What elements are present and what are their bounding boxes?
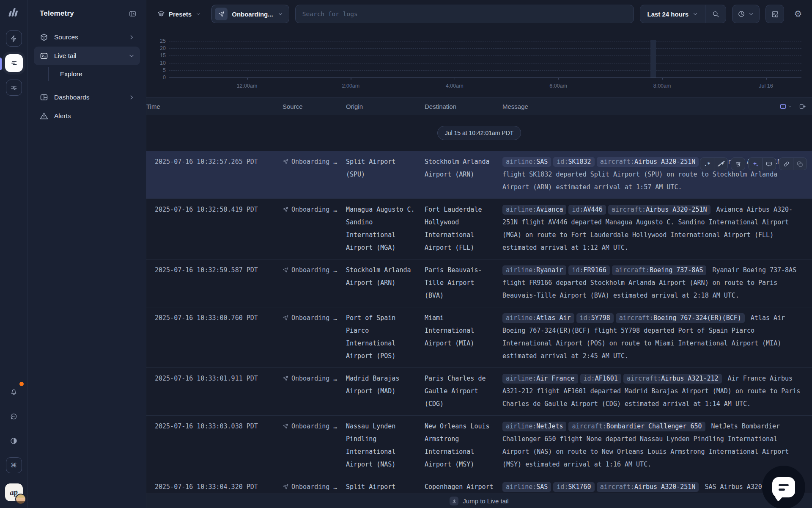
sidebar-item-dashboards[interactable]: Dashboards [34, 88, 140, 107]
rail-item-shortcuts[interactable]: ⌘ [6, 457, 22, 473]
presets-button[interactable]: Presets [157, 10, 201, 18]
chat-launcher[interactable] [762, 466, 805, 508]
rail-item-theme[interactable] [6, 433, 22, 449]
y-gridline [169, 70, 801, 71]
x-tick-label: 12:00am [237, 83, 258, 89]
field-badge[interactable]: id:AF1601 [580, 374, 621, 384]
sidebar-nav: SourcesLive tailExploreDashboardsAlerts [28, 28, 146, 125]
include-filter-icon[interactable]: .* [700, 158, 714, 170]
field-badge[interactable]: airline:NetJets [502, 422, 566, 431]
copy-icon[interactable] [793, 158, 807, 170]
time-range-button[interactable]: Last 24 hours [640, 5, 705, 23]
field-badge[interactable]: aircraft:Bombardier Challenger 650 [568, 422, 705, 431]
search-icon [712, 10, 719, 18]
log-row[interactable]: 2025-07-16 10:33:00.760 PDT Onboarding …… [146, 307, 812, 367]
field-badge[interactable]: airline:Air France [502, 374, 578, 384]
y-tick-label: 25 [146, 38, 166, 44]
column-header-source[interactable]: Source [283, 103, 346, 110]
link-icon[interactable] [779, 158, 793, 170]
field-badge[interactable]: airline:Atlas Air [502, 313, 574, 323]
log-row[interactable]: 2025-07-16 10:32:57.265 PDT Onboarding …… [146, 151, 812, 199]
log-time: 2025-07-16 10:33:01.911 PDT [146, 372, 283, 410]
field-badge[interactable]: airline:SAS [502, 157, 551, 167]
trash-icon[interactable] [731, 158, 745, 170]
field-badge[interactable]: aircraft:Airbus A320-251N [597, 157, 699, 167]
rail-item-feedback[interactable] [6, 408, 22, 424]
airplane-icon [215, 8, 228, 20]
log-message: airline:Ryanairid:FR9166aircraft:Boeing … [502, 264, 812, 302]
log-row[interactable]: 2025-07-16 10:32:58.419 PDT Onboarding …… [146, 199, 812, 259]
org-avatar[interactable]: ap [5, 483, 23, 501]
field-badge[interactable]: aircraft:Boeing 737-8AS [612, 265, 707, 275]
log-time: 2025-07-16 10:33:03.038 PDT [146, 420, 283, 471]
exclude-filter-icon[interactable]: .* [714, 158, 727, 170]
log-time: 2025-07-16 10:33:04.320 PDT [146, 480, 283, 494]
log-message: airline:Atlas Airid:5Y798aircraft:Boeing… [502, 312, 812, 362]
dataset-select[interactable]: Onboarding... [211, 5, 289, 23]
x-tick [662, 77, 663, 80]
sidebar-item-explore[interactable]: Explore [34, 65, 140, 83]
log-message: airline:Air Franceid:AF1601aircraft:Airb… [502, 372, 812, 410]
field-badge[interactable]: airline:Avianca [502, 205, 566, 215]
user-avatar[interactable] [15, 494, 26, 505]
sidebar-item-sources[interactable]: Sources [34, 28, 140, 47]
settings-button[interactable]: ⚙ [790, 5, 806, 23]
history-button[interactable] [732, 5, 760, 23]
y-tick-label: 0 [146, 75, 166, 80]
field-badge[interactable]: aircraft:Airbus A320-251N [608, 205, 710, 215]
field-badge[interactable]: id:SK1760 [553, 482, 594, 492]
rail-item-flows[interactable] [6, 30, 22, 47]
log-message: airline:Aviancaid:AV446aircraft:Airbus A… [502, 203, 812, 254]
events-histogram[interactable]: 252015105012:00am2:00am4:00am6:00am8:00a… [146, 28, 812, 97]
column-header-message[interactable]: Message [502, 103, 812, 110]
columns-config-button[interactable] [779, 103, 792, 110]
field-badge[interactable]: aircraft:Airbus A321-212 [623, 374, 722, 384]
sidebar-item-live-tail[interactable]: Live tail [34, 47, 140, 65]
run-search-button[interactable] [705, 5, 726, 23]
chevron-down-icon [692, 11, 698, 17]
log-destination: Paris Beauvais-Tille Airport (BVA) [425, 264, 502, 302]
add-column-icon [799, 103, 806, 110]
column-header-time[interactable]: Time [146, 103, 283, 110]
columns-icon [779, 103, 787, 110]
chevron-down-icon [787, 104, 792, 109]
airplane-icon [283, 372, 288, 381]
rail-item-query[interactable] [6, 80, 22, 96]
log-row[interactable]: 2025-07-16 10:33:01.911 PDT Onboarding …… [146, 367, 812, 415]
active-rail-indicator [0, 58, 2, 70]
field-badge[interactable]: id:5Y798 [576, 313, 614, 323]
comment-icon[interactable] [762, 158, 776, 170]
log-row[interactable]: 2025-07-16 10:32:59.587 PDT Onboarding …… [146, 259, 812, 307]
grid-icon [40, 93, 48, 102]
field-badge[interactable]: id:AV446 [568, 205, 606, 215]
y-tick-label: 20 [146, 45, 166, 51]
field-badge[interactable]: airline:Ryanair [502, 265, 566, 275]
search-input[interactable] [295, 5, 634, 23]
log-row[interactable]: 2025-07-16 10:33:03.038 PDT Onboarding …… [146, 415, 812, 476]
sidebar-item-alerts[interactable]: Alerts [34, 107, 140, 125]
jump-to-live-tail-button[interactable]: Jump to Live tail [146, 494, 812, 508]
column-header-origin[interactable]: Origin [346, 103, 425, 110]
bell-icon [10, 388, 18, 396]
chevron-right-icon [128, 34, 135, 41]
field-badge[interactable]: id:FR9166 [568, 265, 609, 275]
app-logo-icon[interactable] [7, 7, 21, 18]
field-badge[interactable]: id:SK1832 [553, 157, 594, 167]
airplane-icon [283, 155, 288, 165]
field-badge[interactable]: aircraft:Airbus A320-251N [597, 482, 699, 492]
add-column-button[interactable] [799, 103, 806, 110]
ai-sparkles-icon[interactable] [749, 158, 762, 170]
log-row[interactable]: 2025-07-16 10:33:04.320 PDT Onboarding …… [146, 476, 812, 494]
airplane-icon [283, 420, 288, 429]
field-badge[interactable]: aircraft:Boeing 767-324(ER)(BCF) [616, 313, 745, 323]
rail-item-notifications[interactable] [6, 384, 22, 400]
rail-item-live-tail[interactable] [5, 54, 23, 72]
sidebar-collapse-icon[interactable] [129, 10, 137, 18]
log-origin: Split Airport (SPU) [346, 155, 425, 193]
airplane-icon [283, 264, 288, 273]
gear-icon: ⚙ [794, 9, 802, 19]
field-badge[interactable]: airline:SAS [502, 482, 551, 492]
console-button[interactable] [765, 5, 784, 23]
column-header-destination[interactable]: Destination [425, 103, 502, 110]
airplane-icon [283, 480, 288, 490]
